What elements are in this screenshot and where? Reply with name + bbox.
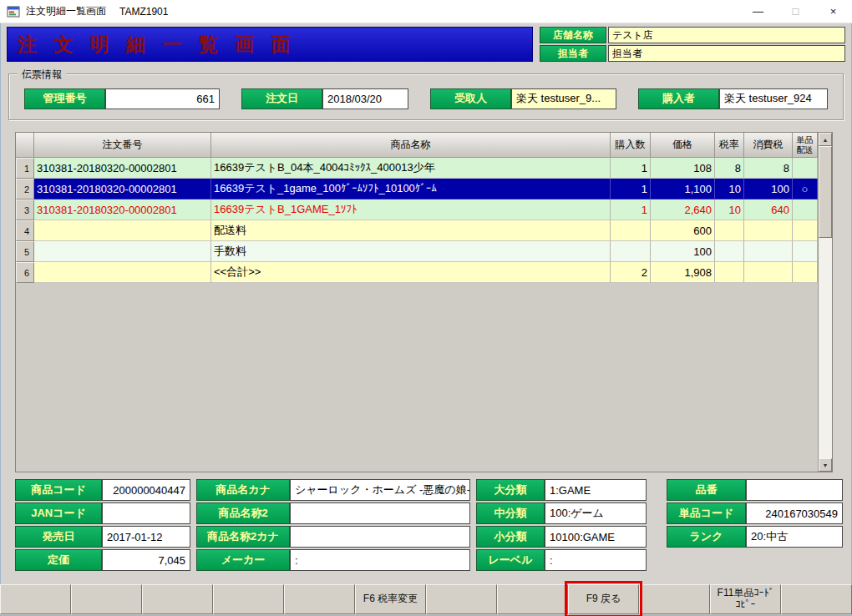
cell-qty: 1 [611, 158, 651, 179]
product-name-kana-value[interactable]: シャーロック・ホームズ -悪魔の娘--... [290, 479, 470, 501]
recipient-value[interactable]: 楽天 testuser_9... [511, 88, 616, 109]
detail-row: 定価 7,045 メーカー : レーベル : [15, 549, 852, 571]
label-name-value[interactable]: : [545, 549, 647, 571]
jan-code-value[interactable] [102, 502, 190, 524]
label-name-label: レーベル [476, 549, 545, 571]
staff-field: 担当者 担当者 [540, 45, 845, 62]
maximize-button[interactable]: □ [777, 0, 814, 23]
cell-single-shipping [793, 220, 818, 241]
column-header-qty: 購入数 [611, 133, 651, 158]
cell-qty [611, 220, 651, 241]
mid-category-value[interactable]: 100:ゲーム [545, 502, 647, 524]
product-detail-panel: 商品コード 200000040447 商品名カナ シャーロック・ホームズ -悪魔… [15, 479, 852, 571]
cell-price: 600 [651, 220, 715, 241]
minimize-button[interactable]: — [739, 0, 777, 23]
table-empty-area [16, 283, 818, 472]
column-header-product-name: 商品名称 [211, 133, 611, 158]
cell-tax: 640 [744, 199, 793, 220]
scroll-up-button[interactable]: ▲ [819, 133, 832, 146]
table-row[interactable]: 1 310381-20180320-00002801 16639テストB_04本… [16, 158, 818, 179]
fkey-empty-5 [284, 584, 355, 614]
item-number-value[interactable] [746, 479, 843, 501]
cell-tax [744, 241, 793, 262]
fkey-empty-2 [71, 584, 142, 614]
cell-product-name: 16639テストB_1GAME_1ｿﾌﾄ [211, 199, 611, 220]
product-name2-value[interactable] [290, 502, 470, 524]
single-item-code-value[interactable]: 240167030549 [746, 502, 843, 524]
cell-price: 2,640 [651, 199, 715, 220]
fkey-empty-8 [497, 584, 568, 614]
f6-tax-rate-change-button[interactable]: F6 税率変更 [355, 584, 426, 614]
vertical-scrollbar[interactable]: ▲ ▼ [818, 133, 832, 472]
table-row-total[interactable]: 6 <<合計>> 2 1,908 [16, 262, 818, 283]
cell-single-shipping [793, 158, 818, 179]
cell-single-shipping [793, 241, 818, 262]
rank-value[interactable]: 20:中古 [746, 526, 843, 548]
purchaser-value[interactable]: 楽天 testuser_924 [719, 88, 828, 109]
control-number-field: 管理番号 661 [24, 88, 220, 109]
f9-back-button[interactable]: F9 戻る [568, 584, 639, 614]
cell-price: 100 [651, 241, 715, 262]
cell-order-no: 310381-20180320-00002801 [34, 199, 211, 220]
cell-tax [744, 262, 793, 283]
cell-price: 1,100 [651, 179, 715, 199]
cell-tax-rate [715, 241, 744, 262]
release-date-value[interactable]: 2017-01-12 [102, 526, 190, 548]
product-code-label: 商品コード [15, 479, 102, 501]
rank-label: ランク [667, 526, 746, 548]
cell-qty [611, 241, 651, 262]
single-shipping-line2: 配送 [797, 145, 814, 155]
scroll-down-button[interactable]: ▼ [819, 458, 832, 472]
scrollbar-track[interactable] [819, 238, 832, 458]
order-date-label: 注文日 [241, 88, 322, 109]
column-header-single-shipping: 単品 配送 [793, 133, 818, 158]
store-name-value[interactable]: テスト店 [608, 27, 845, 43]
cell-qty: 1 [611, 199, 651, 220]
order-date-value[interactable]: 2018/03/20 [322, 88, 408, 109]
header-fields: 店舗名称 テスト店 担当者 担当者 [540, 27, 845, 62]
cell-tax [744, 220, 793, 241]
row-number: 4 [16, 220, 34, 241]
major-category-value[interactable]: 1:GAME [545, 479, 647, 501]
cell-product-name: 16639テスト_1game_100ｹﾞｰﾑｿﾌﾄ_10100ｹﾞｰﾑ [211, 179, 611, 199]
staff-value[interactable]: 担当者 [608, 45, 845, 62]
column-header-price: 価格 [651, 133, 715, 158]
minor-category-value[interactable]: 10100:GAME [545, 526, 647, 548]
table-row[interactable]: 3 310381-20180320-00002801 16639テストB_1GA… [16, 199, 818, 220]
slip-info-groupbox: 伝票情報 管理番号 661 注文日 2018/03/20 受取人 楽天 test… [8, 73, 844, 120]
fkey-empty-12 [781, 584, 852, 614]
release-date-label: 発売日 [15, 526, 102, 548]
window-title: 注文明細一覧画面 [26, 4, 106, 18]
title-bar[interactable]: 注文明細一覧画面 TAMZ1901 — □ × [0, 0, 852, 23]
purchaser-field: 購入者 楽天 testuser_924 [638, 88, 828, 109]
scrollbar-thumb[interactable] [819, 146, 832, 238]
f11-single-item-code-copy-button[interactable]: F11単品ｺｰﾄﾞ ｺﾋﾟｰ [710, 584, 781, 614]
list-price-value[interactable]: 7,045 [102, 549, 190, 571]
store-name-field: 店舗名称 テスト店 [540, 27, 845, 43]
cell-order-no: 310381-20180320-00002801 [34, 158, 211, 179]
cell-qty: 1 [611, 179, 651, 199]
single-shipping-line1: 単品 [797, 135, 814, 145]
app-icon [7, 5, 20, 18]
fkey-empty-1 [0, 584, 71, 614]
row-number: 1 [16, 158, 34, 179]
table-row[interactable]: 4 配送料 600 [16, 220, 818, 241]
major-category-label: 大分類 [476, 479, 545, 501]
cell-price: 108 [651, 158, 715, 179]
control-number-value[interactable]: 661 [105, 88, 220, 109]
minor-category-label: 小分類 [476, 526, 545, 548]
function-key-bar: F6 税率変更 F9 戻る F11単品ｺｰﾄﾞ ｺﾋﾟｰ [0, 584, 852, 614]
list-price-label: 定価 [15, 549, 102, 571]
maker-value[interactable]: : [290, 549, 470, 571]
cell-product-name: 16639テストB_04本_4004ｺﾐｯｸｽ_400013少年 [211, 158, 611, 179]
fkey-empty-10 [639, 584, 710, 614]
product-code-value[interactable]: 200000040447 [102, 479, 190, 501]
close-button[interactable]: × [814, 0, 852, 23]
slip-info-group-title: 伝票情報 [18, 68, 66, 82]
product-name2-kana-value[interactable] [290, 526, 470, 548]
table-row[interactable]: 5 手数料 100 [16, 241, 818, 262]
table-row-selected[interactable]: 2 310381-20180320-00002801 16639テスト_1gam… [16, 179, 818, 199]
row-number: 3 [16, 199, 34, 220]
product-name-kana-label: 商品名カナ [196, 479, 290, 501]
cell-product-name: 配送料 [211, 220, 611, 241]
